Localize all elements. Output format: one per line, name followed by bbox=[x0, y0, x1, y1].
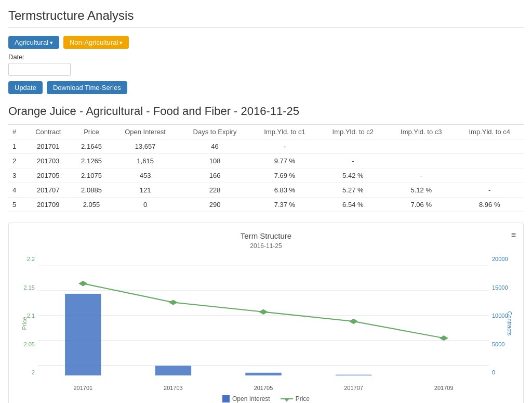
table-cell bbox=[387, 139, 455, 154]
table-cell bbox=[319, 139, 387, 154]
table-cell: 13,657 bbox=[111, 139, 179, 154]
table-row: 32017052.10754531667.69 %5.42 %- bbox=[8, 168, 524, 183]
y-left-tick: 2.05 bbox=[24, 341, 35, 347]
table-cell: 166 bbox=[179, 168, 250, 183]
table-cell: 2.1645 bbox=[72, 139, 112, 154]
table-cell bbox=[455, 154, 524, 168]
table-header-cell: Contract bbox=[25, 125, 72, 139]
y-right-label: Contracts bbox=[507, 311, 513, 335]
table-header-cell: # bbox=[8, 125, 25, 139]
action-row: Update Download Time-Series bbox=[8, 81, 524, 94]
agricultural-button[interactable]: Agricultural bbox=[8, 36, 59, 49]
table-cell: 453 bbox=[111, 168, 179, 183]
legend-bar-box bbox=[222, 395, 230, 402]
table-cell bbox=[387, 154, 455, 168]
table-cell: 290 bbox=[179, 198, 250, 212]
chart-line-point bbox=[349, 319, 358, 324]
table-cell: 201707 bbox=[25, 183, 72, 198]
table-cell: 2 bbox=[8, 154, 25, 168]
table-row: 42017072.08851212286.83 %5.27 %5.12 %- bbox=[8, 183, 524, 198]
table-cell: 5.42 % bbox=[319, 168, 387, 183]
chart-line-point bbox=[78, 281, 87, 286]
legend-line-symbol bbox=[281, 398, 293, 399]
legend-line-label: Price bbox=[296, 395, 310, 402]
table-header-cell: Imp.Yld. to c1 bbox=[250, 125, 318, 139]
table-body: 12017012.164513,65746-22017032.12651,615… bbox=[8, 139, 524, 212]
table-header-cell: Imp.Yld. to c3 bbox=[387, 125, 455, 139]
x-axis: 201701201703201705201707201709 bbox=[38, 385, 489, 391]
chart-line-point bbox=[169, 300, 178, 305]
x-tick: 201707 bbox=[344, 385, 363, 391]
hamburger-icon[interactable]: ≡ bbox=[511, 230, 516, 240]
table-cell: 201705 bbox=[25, 168, 72, 183]
chart-bar bbox=[336, 375, 371, 375]
table-cell: 2.1265 bbox=[72, 154, 112, 168]
chart-bar bbox=[245, 373, 281, 375]
x-tick: 201703 bbox=[164, 385, 183, 391]
chart-line-point bbox=[259, 309, 268, 315]
table-header-cell: Days to Expiry bbox=[179, 125, 250, 139]
table-cell: 1 bbox=[8, 139, 25, 154]
chart-bar bbox=[65, 294, 101, 375]
table-row: 12017012.164513,65746- bbox=[8, 139, 524, 154]
x-tick: 201701 bbox=[73, 385, 92, 391]
y-left-tick: 2.15 bbox=[24, 284, 35, 291]
data-table: #ContractPriceOpen InterestDays to Expir… bbox=[8, 124, 524, 212]
table-cell: 46 bbox=[179, 139, 250, 154]
table-cell: 7.37 % bbox=[250, 198, 318, 212]
non-agricultural-button[interactable]: Non-Agricultural bbox=[63, 36, 129, 49]
table-cell: - bbox=[387, 168, 455, 183]
table-cell: 121 bbox=[111, 183, 179, 198]
chart-svg bbox=[38, 256, 489, 375]
table-cell: 108 bbox=[179, 154, 250, 168]
table-cell: 6.54 % bbox=[319, 198, 387, 212]
table-cell: 2.1075 bbox=[72, 168, 112, 183]
y-left-tick: 2.2 bbox=[27, 256, 35, 262]
download-button[interactable]: Download Time-Series bbox=[47, 81, 127, 94]
table-cell: 5.12 % bbox=[387, 183, 455, 198]
legend-bar: Open Interest bbox=[222, 395, 270, 402]
table-header-cell: Price bbox=[72, 125, 112, 139]
update-button[interactable]: Update bbox=[8, 81, 43, 94]
y-left-tick: 2 bbox=[32, 369, 35, 375]
chart-container: Term Structure 2016-11-25 ≡ 2.22.152.12.… bbox=[8, 223, 524, 403]
y-right-tick: 0 bbox=[492, 369, 495, 375]
table-cell: 228 bbox=[179, 183, 250, 198]
date-label: Date: bbox=[8, 53, 524, 61]
table-cell: 8.96 % bbox=[455, 198, 524, 212]
chart-subtitle: 2016-11-25 bbox=[17, 242, 515, 250]
table-cell: 9.77 % bbox=[250, 154, 318, 168]
x-tick: 201709 bbox=[434, 385, 454, 391]
table-cell: 3 bbox=[8, 168, 25, 183]
table-cell: 0 bbox=[111, 198, 179, 212]
date-section: Date: bbox=[8, 53, 524, 76]
y-right-tick: 5000 bbox=[492, 341, 504, 347]
table-cell: 201709 bbox=[25, 198, 72, 212]
x-tick: 201705 bbox=[254, 385, 273, 391]
table-header-cell: Imp.Yld. to c2 bbox=[319, 125, 387, 139]
table-header-cell: Open Interest bbox=[111, 125, 179, 139]
table-cell: 201701 bbox=[25, 139, 72, 154]
page-title: Termstructure Analysis bbox=[8, 8, 524, 28]
date-input[interactable] bbox=[8, 63, 71, 76]
table-cell bbox=[455, 168, 524, 183]
chart-title: Term Structure bbox=[17, 231, 515, 240]
chart-area: 2.22.152.12.052 20000150001000050000 201… bbox=[17, 256, 515, 391]
legend-bar-label: Open Interest bbox=[232, 395, 270, 402]
table-cell: - bbox=[319, 154, 387, 168]
y-right-tick: 20000 bbox=[492, 256, 508, 262]
table-cell: 201703 bbox=[25, 154, 72, 168]
table-header-row: #ContractPriceOpen InterestDays to Expir… bbox=[8, 125, 524, 139]
chart-line-point bbox=[440, 335, 448, 341]
toolbar: Agricultural Non-Agricultural bbox=[8, 36, 524, 49]
section-title: Orange Juice - Agricultural - Food and F… bbox=[8, 105, 524, 118]
table-cell: 2.0885 bbox=[72, 183, 112, 198]
y-right-tick: 10000 bbox=[492, 313, 508, 319]
table-cell: 7.69 % bbox=[250, 168, 318, 183]
y-left-tick: 2.1 bbox=[27, 313, 35, 319]
table-cell: 4 bbox=[8, 183, 25, 198]
table-cell: 5 bbox=[8, 198, 25, 212]
table-header-cell: Imp.Yld. to c4 bbox=[455, 125, 524, 139]
table-cell: 6.83 % bbox=[250, 183, 318, 198]
table-row: 52017092.05502907.37 %6.54 %7.06 %8.96 % bbox=[8, 198, 524, 212]
